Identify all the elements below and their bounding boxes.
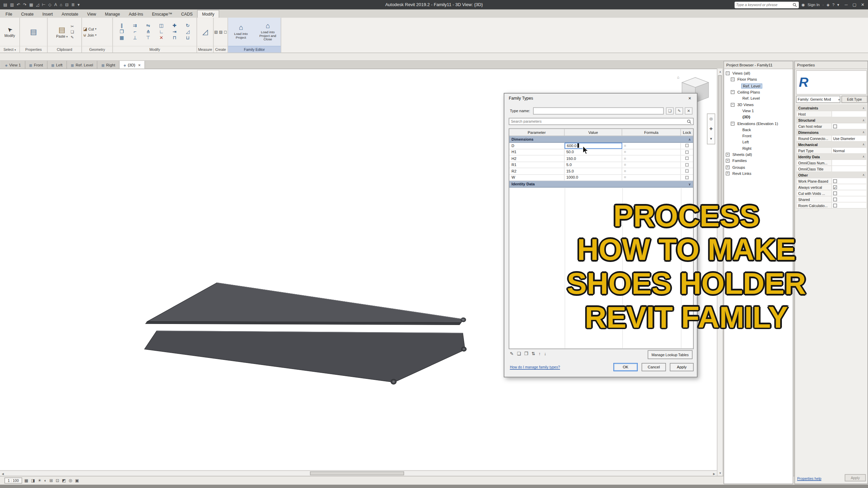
delete-parameter-icon[interactable]: ❐ [524, 351, 528, 357]
chevron-up-icon[interactable]: ∧ [863, 155, 866, 158]
scale-icon[interactable]: ◿ [183, 29, 192, 35]
wall-joins-icon[interactable]: ⊔ [183, 35, 192, 40]
browser-node-3d[interactable]: {3D} [724, 114, 793, 120]
parameter-group-dimensions[interactable]: Dimensions∧ [509, 136, 693, 143]
parameter-formula-cell[interactable]: = [622, 156, 681, 161]
manage-family-types-help-link[interactable]: How do I manage family types? [510, 365, 560, 369]
sort-ascending-icon[interactable]: ↑ [538, 351, 541, 357]
load-into-project-button[interactable]: ⌂Load into Project [229, 24, 253, 40]
communication-center-icon[interactable]: ◉ [802, 2, 805, 7]
chevron-up-icon[interactable]: ∧ [863, 118, 866, 122]
unchecked-checkbox[interactable] [833, 179, 837, 183]
cancel-button[interactable]: Cancel [642, 363, 666, 371]
ribbon-tab-modify[interactable]: Modify [197, 10, 219, 18]
parameter-name-cell[interactable]: R1 [509, 162, 565, 168]
cut-geometry-button[interactable]: ◪Cut▾ [83, 26, 97, 32]
unchecked-checkbox[interactable] [833, 124, 837, 128]
ok-button[interactable]: OK [613, 363, 638, 371]
properties-apply-button[interactable]: Apply [845, 474, 866, 481]
unchecked-checkbox[interactable] [833, 203, 837, 207]
collapse-icon[interactable]: − [731, 103, 734, 106]
horizontal-scrollbar[interactable]: ◀ ▶ [0, 470, 717, 476]
rename-type-icon[interactable]: ✎ [675, 107, 683, 115]
chevron-up-icon[interactable]: ∧ [688, 137, 691, 141]
parameter-formula-cell[interactable]: = [622, 149, 681, 155]
parameter-name-cell[interactable]: H1 [509, 149, 565, 155]
expand-icon[interactable]: + [726, 159, 729, 163]
ribbon-tab-enscape[interactable]: Enscape™ [147, 11, 177, 18]
browser-node-families[interactable]: +Families [724, 158, 793, 164]
align-icon[interactable]: ∥ [117, 23, 126, 28]
properties-help-link[interactable]: Properties help [797, 476, 821, 480]
ribbon-tab-annotate[interactable]: Annotate [57, 11, 83, 18]
property-value[interactable] [832, 166, 866, 171]
type-name-combobox[interactable] [533, 107, 664, 115]
pan-icon[interactable]: ✚ [709, 127, 713, 131]
trim-corner-icon[interactable]: ∟ [157, 29, 166, 35]
edit-parameter-icon[interactable]: ✎ [510, 351, 514, 357]
help-search-box[interactable] [734, 1, 798, 8]
properties-panel-title[interactable]: Properties [795, 61, 867, 69]
temporary-hide-isolate-icon[interactable]: ◩ [62, 478, 66, 483]
property-group-constraints[interactable]: Constraints∧ [796, 105, 866, 111]
collapse-icon[interactable]: − [731, 90, 734, 94]
browser-node-elevations-elevation-1[interactable]: −Elevations (Elevation 1) [724, 120, 793, 126]
join-unjoin-icon[interactable]: ⊓ [170, 35, 179, 40]
measure-between-references-icon[interactable]: ◿ [202, 28, 208, 36]
property-value[interactable] [832, 111, 866, 117]
match-type-icon[interactable]: ✎ [71, 35, 74, 40]
steering-wheel-icon[interactable]: ◎ [709, 117, 713, 121]
help-search-input[interactable] [736, 3, 793, 6]
properties-button[interactable]: ▤ [29, 27, 38, 36]
property-value[interactable]: Normal [832, 148, 866, 153]
parameter-name-cell[interactable]: W [509, 175, 565, 180]
edit-type-button[interactable]: Edit Type [842, 96, 868, 103]
parameter-value-cell[interactable]: 150.0 [565, 156, 622, 161]
sign-in-button[interactable]: Sign In [808, 3, 820, 6]
parameter-formula-cell[interactable]: = [622, 168, 681, 174]
view-tab-front[interactable]: ▦Front [25, 61, 47, 69]
chevron-up-icon[interactable]: ∧ [863, 143, 866, 146]
expand-icon[interactable]: + [726, 153, 729, 157]
mirror-line-icon[interactable]: ◫ [157, 23, 166, 28]
zoom-menu-icon[interactable]: ▾ [710, 137, 712, 141]
column-header-lock[interactable]: Lock [681, 129, 693, 136]
set-work-plane-icon[interactable]: ▧ [214, 29, 218, 34]
collapse-icon[interactable]: − [731, 78, 734, 81]
parameter-name-cell[interactable]: H2 [509, 156, 565, 161]
paste-button[interactable]: ▤ Paste ▾ [55, 25, 69, 38]
parameter-formula-cell[interactable]: = [622, 143, 681, 148]
property-group-identity-data[interactable]: Identity Data∧ [796, 154, 866, 160]
pin-icon[interactable]: ⊥ [131, 35, 139, 40]
browser-node-views-all[interactable]: −Views (all) [724, 70, 793, 76]
vertical-scroll-thumb[interactable] [718, 75, 722, 214]
expand-icon[interactable]: + [726, 165, 729, 169]
chevron-up-icon[interactable]: ∧ [863, 106, 866, 109]
shadows-icon[interactable]: ◐ [44, 478, 46, 483]
parameter-name-cell[interactable]: D [509, 143, 565, 148]
checked-checkbox[interactable]: ✓ [833, 185, 837, 189]
parameter-value-cell[interactable]: 15.0 [565, 168, 622, 174]
browser-node-floor-plans[interactable]: −Floor Plans [724, 77, 793, 83]
manage-lookup-tables-button[interactable]: Manage Lookup Tables [648, 350, 692, 359]
offset-icon[interactable]: ⇉ [131, 23, 139, 28]
column-header-formula[interactable]: Formula [622, 129, 681, 136]
ribbon-tab-insert[interactable]: Insert [38, 11, 57, 18]
parameter-value-cell[interactable]: 50.0 [565, 149, 622, 155]
browser-node-sheets-all[interactable]: +Sheets (all) [724, 151, 793, 158]
browser-node-ref-level[interactable]: Ref. Level [724, 83, 793, 89]
trim-extend-icon[interactable]: ⌐ [131, 29, 139, 35]
apply-button[interactable]: Apply [670, 363, 694, 371]
project-browser-title[interactable]: Project Browser - Family11 [724, 61, 793, 69]
property-value[interactable]: Use Diameter [832, 136, 866, 141]
column-header-value[interactable]: Value [565, 129, 622, 136]
parameter-search-input[interactable] [511, 120, 687, 123]
property-value[interactable] [832, 190, 866, 196]
view-tab-view-1[interactable]: ◈View 1 [1, 61, 25, 69]
tag-by-category-icon[interactable]: ◇ [48, 2, 51, 7]
browser-node-left[interactable]: Left [724, 139, 793, 145]
show-work-plane-icon[interactable]: ▨ [219, 29, 223, 34]
property-value[interactable] [832, 203, 866, 208]
lock-checkbox[interactable] [685, 176, 689, 179]
property-value[interactable] [832, 160, 866, 165]
